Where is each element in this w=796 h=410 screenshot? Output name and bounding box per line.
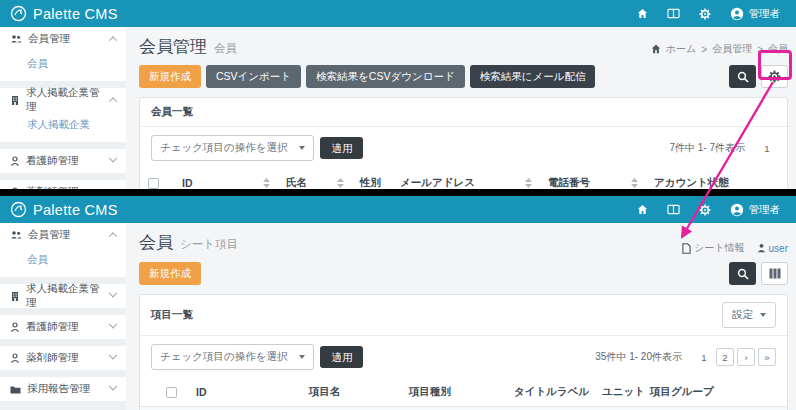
search-icon	[737, 268, 749, 280]
sidebar-subitem-job-company[interactable]: 求人掲載企業	[0, 112, 126, 142]
home-icon[interactable]	[637, 204, 648, 215]
last-page-button[interactable]: »	[758, 348, 776, 366]
breadcrumb: ホーム > 会員管理 > 会員	[651, 42, 788, 56]
home-icon[interactable]	[637, 8, 648, 19]
column-header-id[interactable]: ID	[182, 177, 193, 189]
settings-gear-icon[interactable]	[699, 8, 711, 20]
sort-icon[interactable]	[631, 178, 638, 188]
sidebar-label: 採用報告管理	[27, 382, 90, 396]
column-header-item-group: 項目グループ	[642, 378, 742, 407]
sidebar-item-member-management[interactable]: 会員管理	[0, 223, 126, 247]
chevron-down-icon	[109, 154, 117, 162]
page-number: 1	[758, 139, 776, 157]
sidebar-label: 求人掲載企業管理	[26, 282, 104, 310]
screenshot-divider	[0, 189, 796, 196]
settings-gear-icon[interactable]	[699, 204, 711, 216]
column-view-button[interactable]	[761, 262, 788, 285]
app-header: Palette CMS 管理者	[0, 196, 796, 223]
caret-down-icon	[299, 355, 305, 359]
caret-down-icon	[299, 146, 305, 150]
building-icon	[10, 291, 20, 301]
user-sheet-link[interactable]: user	[757, 243, 788, 254]
sidebar-subitem-member[interactable]: 会員	[0, 247, 126, 277]
sidebar-item-job-company-management[interactable]: 求人掲載企業管理	[0, 284, 126, 308]
app-logo[interactable]: Palette CMS	[10, 201, 118, 218]
sidebar-subitem-member[interactable]: 会員	[0, 51, 126, 81]
search-button[interactable]	[729, 262, 756, 285]
select-all-checkbox[interactable]	[166, 387, 177, 398]
manual-book-icon[interactable]	[667, 204, 680, 215]
chevron-up-icon	[109, 232, 117, 240]
mail-to-results-button[interactable]: 検索結果にメール配信	[470, 65, 596, 88]
app-logo-text: Palette CMS	[33, 202, 118, 218]
admin-account-menu[interactable]: 管理者	[730, 7, 781, 21]
column-header-gender: 性別	[360, 176, 381, 188]
sheet-settings-gear-button[interactable]	[761, 65, 788, 88]
column-header-email[interactable]: メールアドレス	[400, 176, 475, 189]
next-page-button[interactable]: ›	[737, 348, 755, 366]
sort-icon[interactable]	[525, 178, 532, 188]
page-2[interactable]: 2	[716, 348, 734, 366]
chevron-down-icon	[109, 382, 117, 390]
chevron-down-icon	[109, 289, 117, 297]
sidebar-item-pharmacist-management[interactable]: 薬剤師管理	[0, 346, 126, 370]
bulk-action-select[interactable]: チェック項目の操作を選択	[151, 344, 314, 370]
admin-account-menu[interactable]: 管理者	[730, 203, 781, 217]
chevron-down-icon	[109, 185, 117, 189]
user-circle-icon	[730, 7, 744, 21]
sidebar-item-nurse-management[interactable]: 看護師管理	[0, 315, 126, 339]
sort-icon[interactable]	[337, 178, 344, 188]
csv-import-button[interactable]: CSVインポート	[206, 65, 301, 88]
sidebar-label: 薬剤師管理	[26, 185, 79, 189]
columns-icon	[769, 268, 781, 279]
result-count: 35件中 1- 20件表示	[595, 350, 682, 364]
sidebar-label: 薬剤師管理	[26, 351, 79, 365]
item-group	[642, 407, 742, 410]
member-table: ID 氏名 性別 メールアドレス 電話番号 アカウント状態 ugu23n4c	[140, 169, 787, 189]
chevron-down-icon	[109, 320, 117, 328]
apply-button[interactable]: 適用	[320, 137, 363, 160]
manual-book-icon[interactable]	[667, 8, 680, 19]
table-row: name 氏名 文字列（1行） 会員情報	[140, 407, 787, 410]
sort-icon[interactable]	[263, 178, 270, 188]
page-title: 会員シート項目	[139, 231, 238, 254]
sidebar-item-job-company-management[interactable]: 求人掲載企業管理	[0, 88, 126, 112]
column-header-name[interactable]: 氏名	[286, 176, 307, 189]
chevron-up-icon	[109, 36, 117, 44]
breadcrumb-home[interactable]: ホーム	[666, 42, 696, 56]
item-type: 文字列（1行）	[401, 407, 506, 410]
settings-dropdown-button[interactable]: 設定	[722, 302, 776, 328]
palette-logo-icon	[10, 201, 27, 218]
select-all-checkbox[interactable]	[148, 178, 159, 189]
bulk-action-select[interactable]: チェック項目の操作を選択	[151, 135, 314, 161]
sidebar-label: 看護師管理	[26, 154, 79, 168]
item-title-label: 会員情報	[506, 407, 594, 410]
column-header-phone[interactable]: 電話番号	[548, 176, 590, 189]
sheet-info-link[interactable]: シート情報	[682, 241, 744, 255]
home-icon	[651, 44, 661, 54]
sidebar-item-hiring-report-management[interactable]: 採用報告管理	[0, 377, 126, 401]
breadcrumb-level1[interactable]: 会員管理	[712, 42, 752, 56]
create-button[interactable]: 新規作成	[139, 65, 201, 88]
result-count: 7件中 1- 7件表示	[669, 141, 745, 155]
sidebar-item-nurse-management[interactable]: 看護師管理	[0, 149, 126, 173]
sidebar-item-pharmacist-management[interactable]: 薬剤師管理	[0, 180, 126, 189]
page-1: 1	[695, 348, 713, 366]
search-button[interactable]	[729, 65, 756, 88]
create-button[interactable]: 新規作成	[139, 262, 201, 285]
app-logo[interactable]: Palette CMS	[10, 5, 118, 22]
chevron-down-icon	[109, 351, 117, 359]
sidebar-item-member-management[interactable]: 会員管理	[0, 27, 126, 51]
person-icon	[757, 243, 766, 253]
page-subtitle: 会員	[214, 42, 237, 54]
csv-download-button[interactable]: 検索結果をCSVダウンロード	[306, 65, 465, 88]
breadcrumb-current: 会員	[768, 42, 788, 56]
sidebar: 会員管理 会員 求人掲載企業管理 求人掲載企業 看護師管理	[0, 27, 126, 189]
item-list-panel: 項目一覧 設定 チェック項目の操作を選択 適用 35件中 1- 20件表示 1	[139, 294, 788, 410]
item-name: 氏名	[301, 407, 401, 410]
admin-label: 管理者	[749, 7, 781, 21]
item-id: name	[188, 407, 301, 410]
user-circle-icon	[730, 203, 744, 217]
building-icon	[10, 95, 20, 105]
apply-button[interactable]: 適用	[320, 346, 363, 369]
